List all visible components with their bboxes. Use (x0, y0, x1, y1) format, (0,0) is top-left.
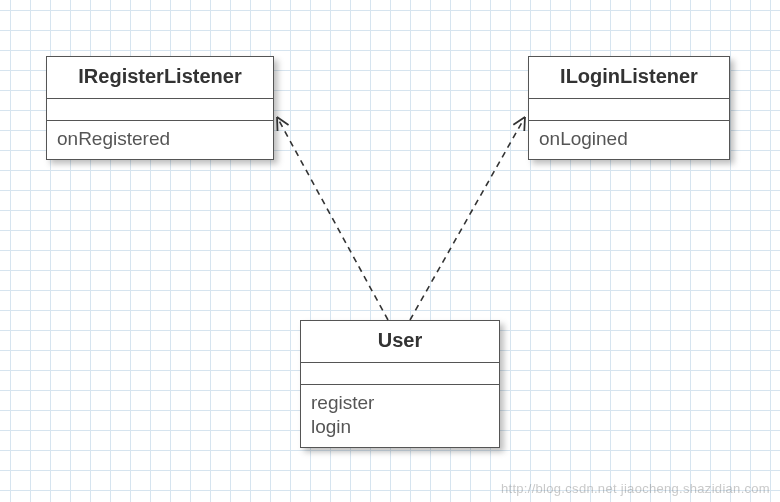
class-title: User (301, 321, 499, 363)
class-attributes (47, 99, 273, 121)
method: login (311, 415, 489, 439)
method: onRegistered (57, 127, 263, 151)
class-user: User register login (300, 320, 500, 448)
class-attributes (301, 363, 499, 385)
class-methods: register login (301, 385, 499, 447)
dependency-user-to-iloginlistener (410, 117, 525, 320)
method: register (311, 391, 489, 415)
dependency-user-to-iregisterlistener (277, 117, 388, 320)
class-title: ILoginListener (529, 57, 729, 99)
class-iloginlistener: ILoginListener onLogined (528, 56, 730, 160)
class-iregisterlistener: IRegisterListener onRegistered (46, 56, 274, 160)
class-methods: onLogined (529, 121, 729, 159)
watermark: http://blog.csdn.net jiaocheng.shazidian… (501, 481, 770, 496)
class-methods: onRegistered (47, 121, 273, 159)
method: onLogined (539, 127, 719, 151)
class-title: IRegisterListener (47, 57, 273, 99)
class-attributes (529, 99, 729, 121)
